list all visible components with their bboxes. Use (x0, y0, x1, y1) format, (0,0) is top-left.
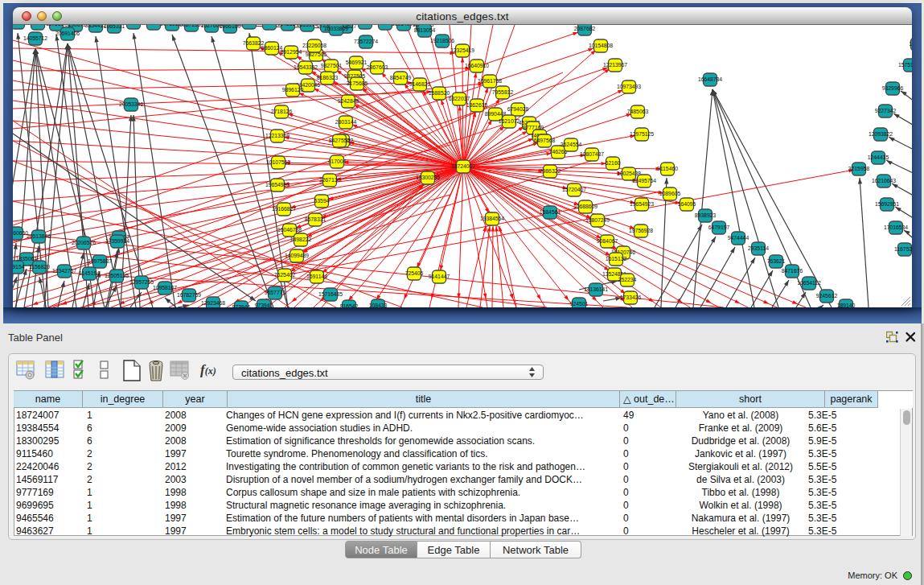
svg-text:2803144: 2803144 (335, 119, 357, 125)
svg-text:62160: 62160 (606, 160, 621, 166)
svg-text:15692951: 15692951 (875, 201, 899, 207)
svg-text:164095: 164095 (678, 201, 696, 207)
svg-text:17359934: 17359934 (105, 238, 129, 244)
svg-text:18807249: 18807249 (585, 217, 610, 223)
svg-text:10025438: 10025438 (617, 171, 641, 176)
svg-text:2935114: 2935114 (748, 245, 769, 251)
svg-text:3175685: 3175685 (347, 80, 368, 86)
svg-text:20206576: 20206576 (72, 240, 96, 245)
svg-text:10975887: 10975887 (88, 258, 112, 264)
svg-text:19654923: 19654923 (630, 201, 654, 207)
svg-text:9657771: 9657771 (265, 290, 286, 295)
svg-text:7955812: 7955812 (492, 89, 514, 95)
svg-text:9329966: 9329966 (882, 85, 904, 91)
svg-text:12213967: 12213967 (603, 62, 627, 68)
svg-text:9860124: 9860124 (261, 45, 283, 51)
svg-text:10654112: 10654112 (797, 280, 821, 286)
svg-text:973941: 973941 (255, 303, 273, 307)
svg-text:9084067: 9084067 (597, 238, 618, 244)
svg-text:8471676: 8471676 (782, 268, 803, 274)
svg-text:1176107: 1176107 (46, 25, 67, 27)
svg-text:19654983: 19654983 (265, 182, 290, 187)
svg-text:111702: 111702 (909, 41, 912, 47)
svg-text:18300295: 18300295 (416, 175, 440, 180)
svg-text:417004: 417004 (328, 159, 347, 164)
svg-text:16961758: 16961758 (478, 78, 502, 84)
svg-text:1362615: 1362615 (466, 102, 488, 108)
svg-text:10973493: 10973493 (617, 84, 641, 89)
svg-text:1089605: 1089605 (659, 191, 681, 196)
svg-text:1621072: 1621072 (499, 118, 520, 124)
svg-text:20053346: 20053346 (119, 101, 143, 107)
svg-text:18724007: 18724007 (451, 163, 475, 169)
svg-text:8578331: 8578331 (305, 216, 326, 222)
svg-text:16640910: 16640910 (465, 63, 489, 68)
svg-text:53594: 53594 (314, 198, 330, 204)
svg-text:7986322: 7986322 (540, 168, 561, 174)
svg-text:14136141: 14136141 (584, 286, 608, 292)
svg-text:8813174: 8813174 (297, 25, 318, 27)
svg-text:252234: 252234 (618, 277, 637, 282)
svg-text:12505135: 12505135 (105, 273, 129, 278)
svg-text:73572274: 73572274 (354, 39, 378, 44)
svg-text:6497568: 6497568 (534, 138, 556, 143)
svg-text:3267130: 3267130 (319, 177, 341, 183)
svg-text:39154: 39154 (13, 264, 25, 270)
svg-text:9146821: 9146821 (409, 81, 431, 87)
svg-text:9242848: 9242848 (338, 98, 359, 104)
svg-text:12975125: 12975125 (630, 131, 654, 137)
svg-text:10958107: 10958107 (153, 285, 177, 290)
svg-text:14055712: 14055712 (23, 35, 47, 41)
svg-text:10154808: 10154808 (589, 43, 613, 48)
svg-text:6322037: 6322037 (449, 96, 470, 101)
svg-text:12213369: 12213369 (265, 133, 290, 138)
svg-text:12325419: 12325419 (450, 47, 474, 53)
svg-text:14099489: 14099489 (285, 253, 309, 258)
svg-text:9245612: 9245612 (816, 293, 838, 299)
svg-text:108433: 108433 (369, 303, 388, 307)
svg-text:9141447: 9141447 (429, 274, 450, 279)
svg-text:15720407: 15720407 (562, 187, 586, 192)
svg-text:816542: 816542 (340, 303, 359, 307)
svg-text:19384554: 19384554 (480, 216, 504, 221)
svg-text:9115460: 9115460 (657, 166, 678, 171)
svg-text:189140: 189140 (837, 303, 856, 307)
svg-text:2867603: 2867603 (367, 64, 388, 70)
svg-text:19218506: 19218506 (430, 38, 454, 43)
svg-text:20513846: 20513846 (27, 233, 51, 239)
svg-text:16210643: 16210643 (872, 178, 896, 183)
svg-text:9474444: 9474444 (728, 235, 749, 241)
svg-text:15716485: 15716485 (318, 291, 343, 297)
svg-text:8813054: 8813054 (414, 27, 436, 33)
svg-text:1156829: 1156829 (29, 264, 50, 270)
svg-text:16648784: 16648784 (698, 76, 722, 82)
svg-text:7663822: 7663822 (243, 40, 265, 46)
svg-text:7625402: 7625402 (274, 272, 296, 278)
svg-text:1843554: 1843554 (277, 25, 299, 27)
svg-text:10107553: 10107553 (266, 159, 290, 165)
svg-text:1244415: 1244415 (868, 154, 889, 160)
svg-text:9896120: 9896120 (282, 87, 304, 93)
svg-text:2718126: 2718126 (271, 109, 293, 114)
svg-text:10688609: 10688609 (573, 204, 598, 209)
svg-text:8454749: 8454749 (390, 75, 412, 80)
svg-text:973946: 973946 (232, 304, 251, 307)
svg-text:6794028: 6794028 (507, 106, 529, 112)
svg-text:725405: 725405 (405, 270, 424, 276)
svg-text:3215958: 3215958 (848, 166, 870, 171)
svg-text:9227342: 9227342 (875, 108, 897, 113)
svg-text:12495754: 12495754 (632, 178, 656, 183)
svg-text:8427552: 8427552 (329, 138, 351, 143)
svg-text:1615132: 1615132 (606, 256, 627, 262)
svg-text:16782759: 16782759 (177, 292, 201, 298)
svg-text:1733426: 1733426 (620, 295, 642, 300)
svg-text:3624554: 3624554 (561, 142, 582, 147)
svg-text:6479197: 6479197 (708, 225, 730, 230)
svg-text:17016534: 17016534 (884, 225, 908, 230)
svg-text:12342757: 12342757 (52, 268, 76, 274)
svg-text:1588520: 1588520 (429, 90, 450, 96)
svg-text:12923468: 12923468 (201, 300, 225, 306)
svg-text:16543382: 16543382 (294, 64, 318, 70)
svg-text:8186323: 8186323 (317, 75, 339, 80)
svg-text:9827501: 9827501 (321, 63, 343, 68)
